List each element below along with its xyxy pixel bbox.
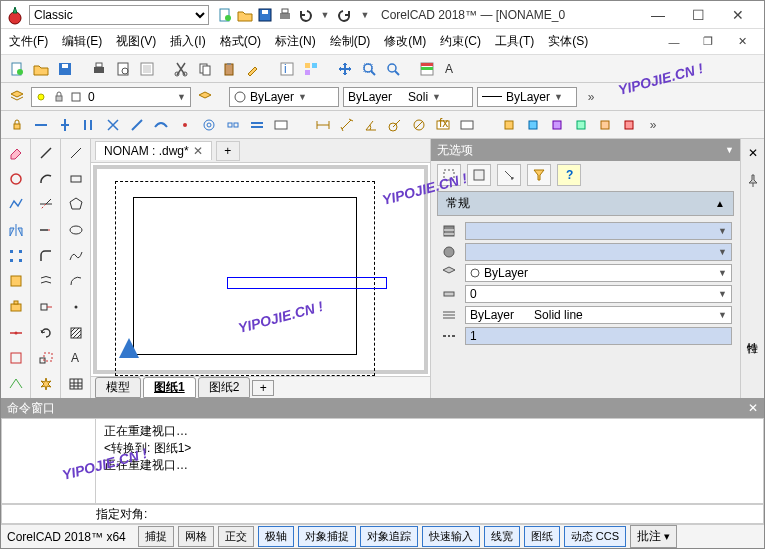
open-doc-icon[interactable] bbox=[31, 59, 51, 79]
constraint-equal-icon[interactable] bbox=[247, 115, 267, 135]
dim-dia-icon[interactable] bbox=[409, 115, 429, 135]
extend-icon[interactable] bbox=[36, 220, 56, 240]
explode-icon[interactable] bbox=[36, 374, 56, 394]
close-button[interactable]: ✕ bbox=[724, 5, 752, 25]
command-close-icon[interactable]: ✕ bbox=[748, 401, 758, 415]
color-combo[interactable]: ByLayer ▼ bbox=[229, 87, 339, 107]
doc-tab[interactable]: NONAM : .dwg* ✕ bbox=[95, 141, 212, 160]
menu-view[interactable]: 视图(V) bbox=[116, 33, 156, 50]
snap2-icon[interactable] bbox=[523, 115, 543, 135]
redo-dropdown-icon[interactable]: ▼ bbox=[357, 7, 373, 23]
print-preview-icon[interactable] bbox=[113, 59, 133, 79]
add-doc-tab[interactable]: + bbox=[216, 141, 240, 161]
layer-current[interactable]: 0 ▼ bbox=[31, 87, 191, 107]
component-icon[interactable] bbox=[6, 297, 26, 317]
model-tab[interactable]: 模型 bbox=[95, 377, 141, 398]
prop-color-value[interactable]: ▼ bbox=[465, 222, 732, 240]
point-icon[interactable] bbox=[66, 297, 86, 317]
open-icon[interactable] bbox=[237, 7, 253, 23]
save-doc-icon[interactable] bbox=[55, 59, 75, 79]
menu-modify[interactable]: 修改(M) bbox=[384, 33, 426, 50]
constraint-vert-icon[interactable] bbox=[55, 115, 75, 135]
status-otrack[interactable]: 对象追踪 bbox=[360, 526, 418, 547]
prop-select-icon[interactable] bbox=[437, 164, 461, 186]
snap1-icon[interactable] bbox=[499, 115, 519, 135]
mdi-minimize-button[interactable]: — bbox=[660, 32, 688, 52]
prop-pick-icon[interactable] bbox=[497, 164, 521, 186]
snap4-icon[interactable] bbox=[571, 115, 591, 135]
lineweight-combo[interactable]: ByLayer ▼ bbox=[477, 87, 577, 107]
constraint-fix-icon[interactable] bbox=[7, 115, 27, 135]
move-icon[interactable] bbox=[6, 323, 26, 343]
constraint-perp-icon[interactable] bbox=[103, 115, 123, 135]
properties-icon[interactable] bbox=[417, 59, 437, 79]
menu-file[interactable]: 文件(F) bbox=[9, 33, 48, 50]
table-icon[interactable] bbox=[66, 374, 86, 394]
ellipse-icon[interactable] bbox=[66, 220, 86, 240]
prop-scale-value[interactable]: 0 ▼ bbox=[465, 285, 732, 303]
status-osnap[interactable]: 对象捕捉 bbox=[298, 526, 356, 547]
pan-icon[interactable] bbox=[335, 59, 355, 79]
rect-icon[interactable] bbox=[66, 169, 86, 189]
save-icon[interactable] bbox=[257, 7, 273, 23]
drawing-canvas[interactable]: YIPOJIE.CN ! bbox=[93, 165, 428, 374]
copy-icon[interactable] bbox=[195, 59, 215, 79]
entity-info-icon[interactable]: i bbox=[277, 59, 297, 79]
polygon-icon[interactable] bbox=[66, 194, 86, 214]
mdi-close-button[interactable]: ✕ bbox=[728, 32, 756, 52]
fillet-icon[interactable] bbox=[36, 246, 56, 266]
constraint-horiz-icon[interactable] bbox=[31, 115, 51, 135]
pline-icon[interactable] bbox=[6, 194, 26, 214]
text-style-icon[interactable]: A bbox=[441, 59, 461, 79]
arc-icon[interactable] bbox=[36, 169, 56, 189]
undo-dropdown-icon[interactable]: ▼ bbox=[317, 7, 333, 23]
trim-icon[interactable] bbox=[36, 194, 56, 214]
layer-previous-icon[interactable] bbox=[195, 87, 215, 107]
prop-linecolor-value[interactable]: ByLayer ▼ bbox=[465, 264, 732, 282]
sheet2-tab[interactable]: 图纸2 bbox=[198, 377, 251, 398]
dim-convert-icon[interactable]: fx bbox=[433, 115, 453, 135]
dim-rad-icon[interactable] bbox=[385, 115, 405, 135]
constraint-sym-icon[interactable] bbox=[223, 115, 243, 135]
layer-manager-icon[interactable] bbox=[7, 87, 27, 107]
menu-constrain[interactable]: 约束(C) bbox=[440, 33, 481, 50]
tool-a-icon[interactable] bbox=[6, 349, 26, 369]
palette-properties-label[interactable]: 特性 bbox=[743, 319, 763, 349]
circle-icon[interactable] bbox=[6, 169, 26, 189]
sheet1-tab[interactable]: 图纸1 bbox=[143, 377, 196, 398]
rotate-icon[interactable] bbox=[36, 323, 56, 343]
minimize-button[interactable]: — bbox=[644, 5, 672, 25]
dim-showhide-icon[interactable] bbox=[457, 115, 477, 135]
status-lwt[interactable]: 线宽 bbox=[484, 526, 520, 547]
status-paper[interactable]: 图纸 bbox=[524, 526, 560, 547]
prop-quick-icon[interactable] bbox=[467, 164, 491, 186]
prop-ltscale-value[interactable]: 1 bbox=[465, 327, 732, 345]
print-doc-icon[interactable] bbox=[89, 59, 109, 79]
menu-edit[interactable]: 编辑(E) bbox=[62, 33, 102, 50]
zoom-bounds-icon[interactable] bbox=[359, 59, 379, 79]
offset-icon[interactable] bbox=[36, 272, 56, 292]
constraint-smooth-icon[interactable] bbox=[151, 115, 171, 135]
layer-more-icon[interactable]: » bbox=[581, 87, 601, 107]
zoom-window-icon[interactable] bbox=[383, 59, 403, 79]
menu-insert[interactable]: 插入(I) bbox=[170, 33, 205, 50]
doc-tab-close-icon[interactable]: ✕ bbox=[193, 144, 203, 158]
command-history[interactable]: 正在重建视口… <转换到: 图纸1> 正在重建视口… bbox=[96, 419, 763, 503]
status-polar[interactable]: 极轴 bbox=[258, 526, 294, 547]
snap-more-icon[interactable]: » bbox=[643, 115, 663, 135]
line-icon[interactable] bbox=[36, 143, 56, 163]
dim-linear-icon[interactable] bbox=[313, 115, 333, 135]
constraint-showhide-icon[interactable] bbox=[271, 115, 291, 135]
text-icon[interactable]: A bbox=[66, 349, 86, 369]
menu-draw[interactable]: 绘制(D) bbox=[330, 33, 371, 50]
status-annotate[interactable]: 批注 ▾ bbox=[630, 525, 677, 548]
hatch-icon[interactable] bbox=[66, 323, 86, 343]
undo-icon[interactable] bbox=[297, 7, 313, 23]
print-icon[interactable] bbox=[277, 7, 293, 23]
page-layout-icon[interactable] bbox=[137, 59, 157, 79]
paste-icon[interactable] bbox=[219, 59, 239, 79]
prop-filter-icon[interactable] bbox=[527, 164, 551, 186]
arc2-icon[interactable] bbox=[66, 272, 86, 292]
prop-help-icon[interactable]: ? bbox=[557, 164, 581, 186]
constraint-tangent-icon[interactable] bbox=[127, 115, 147, 135]
